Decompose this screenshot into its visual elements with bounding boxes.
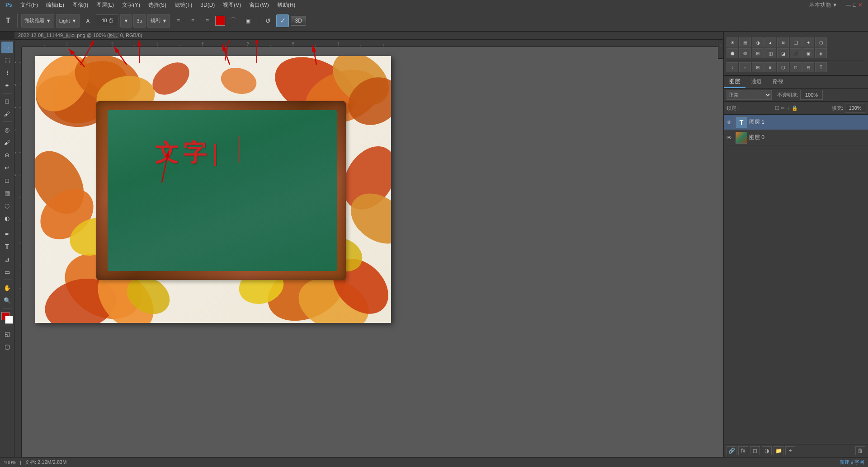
menu-3d[interactable]: 3D(D) [197,1,218,9]
layer-1-visibility[interactable]: 👁 [726,119,734,126]
tab-paths[interactable]: 路径 [767,76,789,88]
adj-posterize[interactable]: ⊞ [752,48,764,58]
crop-tool[interactable]: ⊡ [1,95,13,107]
adj-brightness[interactable]: ☀ [726,37,738,47]
align-right-btn[interactable]: ≡ [201,14,213,27]
ctrl-icon-3[interactable]: ⊞ [752,62,764,72]
layer-adjustment-btn[interactable]: ◑ [762,446,772,455]
3d-btn[interactable]: 3D [291,16,306,26]
layer-group-btn[interactable]: 📁 [774,446,783,455]
lasso-tool[interactable]: ⌇ [1,67,13,79]
anti-alias-btn[interactable]: 3a [133,14,145,28]
dodge-tool[interactable]: ◐ [1,212,13,224]
ctrl-icon-8[interactable]: T [815,62,827,72]
lock-all-icon[interactable]: 🔒 [792,105,798,111]
ctrl-icon-6[interactable]: □ [790,62,802,72]
ctrl-icon-4[interactable]: ≡ [764,62,776,72]
character-panel-btn[interactable]: ▣ [241,14,254,27]
brush-tool[interactable]: 🖌 [1,136,13,148]
adj-pattern[interactable]: ◈ [815,48,827,58]
gradient-tool[interactable]: ▦ [1,187,13,199]
eyedropper-tool[interactable]: 🖋 [1,108,13,120]
history-tool[interactable]: ↩ [1,162,13,173]
layer-new-btn[interactable]: + [785,446,795,455]
layer-item[interactable]: 👁 图层 0 [724,130,868,145]
select-tool[interactable]: ⬚ [1,54,13,66]
adj-exposure[interactable]: ◑ [752,37,764,47]
layer-item[interactable]: 👁 T 图层 1 [724,115,868,130]
align-left-btn[interactable]: ≡ [172,14,184,27]
adj-channel[interactable]: ⬟ [726,48,738,58]
tab-channels[interactable]: 通道 [745,76,767,88]
warp-text-btn[interactable]: ⌒ [227,14,240,27]
heal-tool[interactable]: ◎ [1,124,13,135]
layer-delete-btn[interactable]: 🗑 [855,446,865,455]
ctrl-icon-5[interactable]: ⬡ [777,62,789,72]
menu-file[interactable]: 文件(F) [17,0,42,10]
menu-edit[interactable]: 编辑(E) [42,0,68,10]
adj-photofilter[interactable]: ⬡ [815,37,827,47]
font-size-unit[interactable]: ▼ [120,14,132,28]
font-style-selector[interactable]: Light ▼ [56,14,80,28]
adj-invert[interactable]: ❂ [739,48,751,58]
opacity-input[interactable] [800,90,823,100]
adj-bw[interactable]: ✦ [802,37,814,47]
ctrl-icon-1[interactable]: ↕ [726,62,738,72]
tab-layers[interactable]: 图层 [724,76,745,88]
hand-tool[interactable]: ✋ [1,282,13,294]
layer-0-visibility[interactable]: 👁 [726,135,734,141]
quick-mask-btn[interactable]: ◱ [1,328,13,340]
lock-position-icon[interactable]: ⊹ [786,105,790,111]
workspace-selector[interactable]: 基本功能 ▼ [806,0,841,10]
adj-selective[interactable]: ◪ [777,48,789,58]
menu-help[interactable]: 帮助(H) [274,0,299,10]
menu-view[interactable]: 视图(V) [219,0,245,10]
adj-vibrance[interactable]: ▲ [764,37,776,47]
eraser-tool[interactable]: ◻ [1,174,13,186]
adj-threshold[interactable]: ◫ [764,48,776,58]
menu-window[interactable]: 窗口(W) [245,0,272,10]
adj-curves[interactable]: ▤ [739,37,751,47]
adj-hue[interactable]: ≋ [777,37,789,47]
blend-mode-select[interactable]: 正常 [726,90,772,100]
shape-tool[interactable]: ▭ [1,266,13,278]
svg-text:5: 5 [14,152,16,154]
font-size-input[interactable] [96,14,118,27]
path-select-tool[interactable]: ⊿ [1,253,13,265]
clone-tool[interactable]: ⊕ [1,149,13,161]
layer-link-btn[interactable]: 🔗 [726,446,736,455]
blur-tool[interactable]: ◌ [1,200,13,211]
menu-layer[interactable]: 图层(L) [93,0,118,10]
ctrl-icon-2[interactable]: ↔ [739,62,751,72]
adj-solid-color[interactable]: ◉ [802,48,814,58]
ctrl-icon-7[interactable]: ⊟ [802,62,814,72]
zoom-tool[interactable]: 🔍 [1,294,13,306]
move-tool[interactable]: ↔ [1,42,13,53]
refresh-btn[interactable]: ↺ [262,14,274,27]
menu-ps[interactable]: Ps [2,1,16,9]
color-swatches[interactable] [1,312,13,324]
lock-brush-icon[interactable]: ✏ [781,105,785,111]
background-color[interactable] [5,316,13,324]
layer-effect-btn[interactable]: fx [738,446,748,455]
align-center-btn[interactable]: ≡ [186,14,199,27]
magic-wand-tool[interactable]: ✦ [1,79,13,91]
menu-image[interactable]: 图像(I) [69,0,92,10]
font-family-selector[interactable]: 微软雅黑 ▼ [21,14,54,28]
adj-gradient-map[interactable]: ⬛ [790,48,802,58]
menu-filter[interactable]: 滤镜(T) [171,0,196,10]
text-color-swatch[interactable] [215,16,225,26]
text-tool[interactable]: T [1,241,13,252]
confirm-btn[interactable]: ✓ [276,14,289,27]
text-align-selector[interactable]: 锐利 ▼ [147,14,170,28]
layer-mask-btn[interactable]: ◻ [750,446,760,455]
screen-mode-btn[interactable]: ▢ [1,341,13,352]
menu-select[interactable]: 选择(S) [145,0,170,10]
pen-tool[interactable]: ✒ [1,228,13,240]
lock-transparent-icon[interactable]: ☐ [775,105,779,111]
window-controls[interactable]: —□✕ [842,1,866,9]
menu-type[interactable]: 文字(Y) [118,0,144,10]
chalkboard-text[interactable]: 文字 [155,137,223,169]
fill-input[interactable] [845,103,865,113]
adj-color-balance[interactable]: ❏ [790,37,802,47]
